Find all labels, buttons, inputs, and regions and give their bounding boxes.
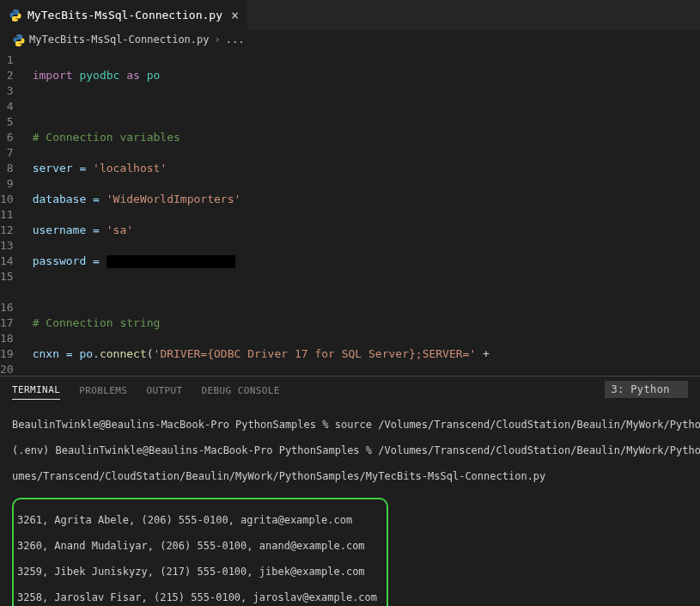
terminal-line: (.env) BeaulinTwinkle@Beaulins-MacBook-P… xyxy=(12,444,688,457)
output-row: 3261, Agrita Abele, (206) 555-0100, agri… xyxy=(17,514,383,527)
redacted-password xyxy=(107,255,235,268)
code-content[interactable]: import pyodbc as po # Connection variabl… xyxy=(26,49,700,376)
tab-terminal[interactable]: TERMINAL xyxy=(12,379,60,400)
terminal-line: BeaulinTwinkle@Beaulins-MacBook-Pro Pyth… xyxy=(12,419,688,432)
editor-tab[interactable]: MyTecBits-MsSql-Connection.py × xyxy=(0,0,248,30)
chevron-right-icon: › xyxy=(215,34,221,46)
tab-problems[interactable]: PROBLEMS xyxy=(79,380,127,400)
line-numbers: 1234567891011121314151617181920 xyxy=(0,49,26,376)
tab-bar: MyTecBits-MsSql-Connection.py × xyxy=(0,0,700,30)
breadcrumb-file: MyTecBits-MsSql-Connection.py xyxy=(29,34,210,46)
terminal-selector[interactable]: 3: Python xyxy=(605,381,688,398)
breadcrumb[interactable]: MyTecBits-MsSql-Connection.py › ... xyxy=(0,30,700,49)
python-file-icon xyxy=(9,9,22,22)
tab-debug-console[interactable]: DEBUG CONSOLE xyxy=(202,380,280,400)
bottom-panel: TERMINAL PROBLEMS OUTPUT DEBUG CONSOLE 3… xyxy=(0,376,700,606)
breadcrumb-more: ... xyxy=(226,34,245,46)
output-row: 3258, Jaroslav Fisar, (215) 555-0100, ja… xyxy=(17,591,383,604)
output-highlight-box: 3261, Agrita Abele, (206) 555-0100, agri… xyxy=(12,498,388,606)
panel-tabs: TERMINAL PROBLEMS OUTPUT DEBUG CONSOLE 3… xyxy=(0,376,700,402)
tab-output[interactable]: OUTPUT xyxy=(146,380,182,400)
close-tab-icon[interactable]: × xyxy=(231,8,239,23)
tab-filename: MyTecBits-MsSql-Connection.py xyxy=(27,9,222,21)
python-file-icon xyxy=(12,34,24,46)
code-editor[interactable]: 1234567891011121314151617181920 import p… xyxy=(0,49,700,376)
output-row: 3260, Anand Mudaliyar, (206) 555-0100, a… xyxy=(17,540,383,553)
terminal-line: umes/Transcend/CloudStation/Beaulin/MyWo… xyxy=(12,470,688,483)
output-row: 3259, Jibek Juniskyzy, (217) 555-0100, j… xyxy=(17,566,383,578)
terminal-output[interactable]: BeaulinTwinkle@Beaulins-MacBook-Pro Pyth… xyxy=(0,402,700,606)
